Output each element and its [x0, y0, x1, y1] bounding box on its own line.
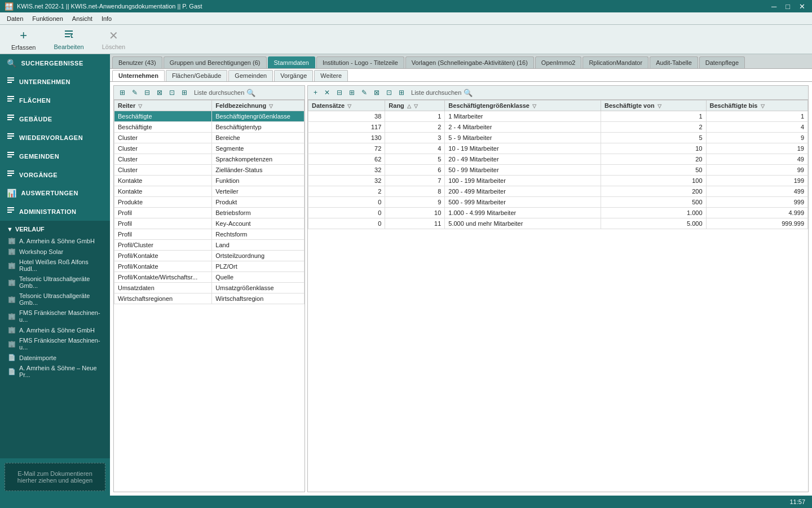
- right-tb-edit-btn[interactable]: ✎: [359, 87, 369, 98]
- minimize-button[interactable]: ─: [769, 2, 779, 11]
- tab-vorlagen[interactable]: Vorlagen (Schnelleingabe-Aktivitäten) (1…: [405, 56, 534, 68]
- email-drop-zone[interactable]: E-Mail zum Dokumentieren hierher ziehen …: [5, 463, 105, 491]
- verlauf-item-4[interactable]: 🏢 Telsonic Ultraschallgeräte Gmb...: [0, 291, 110, 308]
- sidebar-item-suchergebnisse[interactable]: 🔍 SUCHERGEBNISSE: [0, 54, 110, 72]
- left-tb-export1-btn[interactable]: ⊠: [155, 87, 165, 98]
- left-table-row[interactable]: Profil/KontakteOrtsteilzuordnung: [114, 251, 304, 261]
- sidebar-item-unternehmen[interactable]: UNTERNEHMEN: [0, 72, 110, 91]
- tab-openimmo[interactable]: OpenImmo2: [535, 56, 582, 68]
- tab-datenpflege[interactable]: Datenpflege: [699, 56, 745, 68]
- filter-von-icon[interactable]: ▽: [657, 103, 661, 109]
- sidebar-item-gemeinden[interactable]: GEMEINDEN: [0, 147, 110, 165]
- right-table-row[interactable]: 11722 - 4 Mitarbeiter24: [308, 122, 808, 133]
- left-table-row[interactable]: ProfilKey-Account: [114, 218, 304, 229]
- tab-benutzer[interactable]: Benutzer (43): [112, 56, 162, 68]
- verlauf-item-2[interactable]: 🏢 Hotel Weißes Roß Alfons Rudl...: [0, 257, 110, 274]
- filter-feldbezeichnung-icon[interactable]: ▽: [269, 103, 273, 109]
- left-tb-edit-btn[interactable]: ✎: [130, 87, 140, 98]
- sidebar-item-wiedervorlagen[interactable]: WIEDERVORLAGEN: [0, 128, 110, 147]
- right-table-row[interactable]: 0115.000 und mehr Mitarbeiter5.000999.99…: [308, 218, 808, 229]
- verlauf-item-5[interactable]: 🏢 FMS Fränkischer Maschinen- u...: [0, 308, 110, 325]
- sidebar-item-administration[interactable]: ADMINISTRATION: [0, 202, 110, 221]
- left-table-row[interactable]: WirtschaftsregionenWirtschaftsregion: [114, 294, 304, 304]
- sort-rang-asc-icon[interactable]: △: [407, 103, 411, 109]
- right-table-row[interactable]: 3811 Mitarbeiter11: [308, 111, 808, 122]
- right-table-row[interactable]: 13035 - 9 Mitarbeiter59: [308, 133, 808, 143]
- left-table-row[interactable]: ProfilBetriebsform: [114, 208, 304, 218]
- filter-datensaetze-icon[interactable]: ▽: [347, 103, 351, 109]
- verlauf-item-8[interactable]: 📄 Datenimporte: [0, 352, 110, 363]
- left-table-row[interactable]: Profil/Kontakte/Wirtschaftsr...Quelle: [114, 272, 304, 283]
- tab-institution[interactable]: Institution - Logo - Titelzeile: [316, 56, 404, 68]
- sidebar-item-flaechen[interactable]: FLÄCHEN: [0, 91, 110, 110]
- filter-groessenklasse-icon[interactable]: ▽: [532, 103, 536, 109]
- sidebar-item-gebaeude[interactable]: GEBÄUDE: [0, 110, 110, 128]
- filter-reiter-icon[interactable]: ▽: [138, 103, 142, 109]
- bearbeiten-button[interactable]: Bearbeiten: [49, 26, 88, 52]
- left-tb-refresh-btn[interactable]: ⊞: [179, 87, 189, 98]
- left-table-row[interactable]: UmsatzdatenUmsatzgrößenklasse: [114, 283, 304, 294]
- left-table-row[interactable]: BeschäftigteBeschäftigtentyp: [114, 122, 304, 133]
- right-table-row[interactable]: 327100 - 199 Mitarbeiter100199: [308, 176, 808, 186]
- filter-rang-icon[interactable]: ▽: [414, 103, 418, 109]
- left-table-row[interactable]: ClusterSegmente: [114, 143, 304, 154]
- right-table-row[interactable]: 0101.000 - 4.999 Mitarbeiter1.0004.999: [308, 208, 808, 218]
- left-table-row[interactable]: BeschäftigteBeschäftigtengrößenklasse: [114, 111, 304, 122]
- verlauf-item-9[interactable]: 📄 A. Amrhein & Söhne – Neue Pr...: [0, 363, 110, 380]
- menu-funktionen[interactable]: Funktionen: [28, 14, 67, 23]
- verlauf-item-7[interactable]: 🏢 FMS Fränkischer Maschinen- u...: [0, 335, 110, 352]
- right-tb-minus-btn[interactable]: ⊟: [334, 87, 345, 98]
- menu-daten[interactable]: Daten: [2, 14, 28, 23]
- right-table-scroll[interactable]: Datensätze ▽ Rang △ ▽ Beschäftigtengröße…: [308, 100, 808, 492]
- tab-stammdaten[interactable]: Stammdaten: [268, 56, 315, 68]
- right-table-row[interactable]: 28200 - 499 Mitarbeiter200499: [308, 186, 808, 197]
- left-table-row[interactable]: ClusterZielländer-Status: [114, 165, 304, 176]
- left-table-row[interactable]: KontakteFunktion: [114, 176, 304, 186]
- erfassen-button[interactable]: + Erfassen: [7, 26, 40, 53]
- right-tb-add-btn[interactable]: +: [311, 87, 320, 98]
- filter-bis-icon[interactable]: ▽: [761, 103, 765, 109]
- left-tb-grid-btn[interactable]: ⊞: [117, 87, 127, 98]
- tab-rplication[interactable]: RplicationMandator: [582, 56, 648, 68]
- right-table-row[interactable]: 72410 - 19 Mitarbeiter1019: [308, 143, 808, 154]
- verlauf-item-6[interactable]: 🏢 A. Amrhein & Söhne GmbH: [0, 325, 110, 335]
- right-search-icon[interactable]: 🔍: [464, 89, 473, 97]
- tab-audit[interactable]: Audit-Tabelle: [650, 56, 698, 68]
- sub-tab-gemeinden[interactable]: Gemeinden: [228, 70, 273, 81]
- right-tb-del-btn[interactable]: ✕: [322, 87, 332, 98]
- left-table-row[interactable]: Profil/KontaktePLZ/Ort: [114, 261, 304, 272]
- left-search-icon[interactable]: 🔍: [246, 89, 255, 97]
- loeschen-button[interactable]: ✕ Löschen: [98, 27, 130, 52]
- sidebar-item-auswertungen[interactable]: 📊 AUSWERTUNGEN: [0, 184, 110, 202]
- left-tb-del-btn[interactable]: ⊟: [142, 87, 152, 98]
- right-table-row[interactable]: 32650 - 99 Mitarbeiter5099: [308, 165, 808, 176]
- left-table-row[interactable]: ClusterBereiche: [114, 133, 304, 143]
- left-table-row[interactable]: Profil/ClusterLand: [114, 240, 304, 251]
- left-tb-export2-btn[interactable]: ⊡: [167, 87, 177, 98]
- maximize-button[interactable]: □: [783, 2, 792, 11]
- right-table-row[interactable]: 09500 - 999 Mitarbeiter500999: [308, 197, 808, 208]
- right-table-row[interactable]: 62520 - 49 Mitarbeiter2049: [308, 154, 808, 165]
- verlauf-header[interactable]: ▼ VERLAUF: [0, 223, 110, 235]
- left-table-row[interactable]: ProfilRechtsform: [114, 229, 304, 240]
- left-table-row[interactable]: ClusterSprachkompetenzen: [114, 154, 304, 165]
- left-table-row[interactable]: ProdukteProdukt: [114, 197, 304, 208]
- sub-tab-flaechen[interactable]: Flächen/Gebäude: [166, 70, 227, 81]
- verlauf-item-0[interactable]: 🏢 A. Amrhein & Söhne GmbH: [0, 235, 110, 246]
- sub-tab-weitere[interactable]: Weitere: [314, 70, 348, 81]
- sidebar-item-vorgaenge[interactable]: VORGÄNGE: [0, 165, 110, 184]
- sub-tab-unternehmen[interactable]: Unternehmen: [112, 70, 165, 81]
- right-tb-export1-btn[interactable]: ⊠: [372, 87, 382, 98]
- left-table-scroll[interactable]: Reiter ▽ Feldbezeichnung ▽ BeschäftigteB…: [114, 100, 304, 492]
- right-tb-grid-btn[interactable]: ⊞: [347, 87, 357, 98]
- tab-gruppen[interactable]: Gruppen und Berechtigungen (6): [164, 56, 267, 68]
- close-button[interactable]: ✕: [797, 2, 807, 11]
- left-table-row[interactable]: KontakteVerteiler: [114, 186, 304, 197]
- verlauf-item-1[interactable]: 🏢 Workshop Solar: [0, 246, 110, 257]
- right-tb-export2-btn[interactable]: ⊡: [384, 87, 394, 98]
- menu-ansicht[interactable]: Ansicht: [68, 14, 97, 23]
- right-tb-refresh-btn[interactable]: ⊞: [396, 87, 407, 98]
- sub-tab-vorgaenge[interactable]: Vorgänge: [274, 70, 313, 81]
- menu-info[interactable]: Info: [97, 14, 116, 23]
- verlauf-item-3[interactable]: 🏢 Telsonic Ultraschallgeräte Gmb...: [0, 274, 110, 291]
